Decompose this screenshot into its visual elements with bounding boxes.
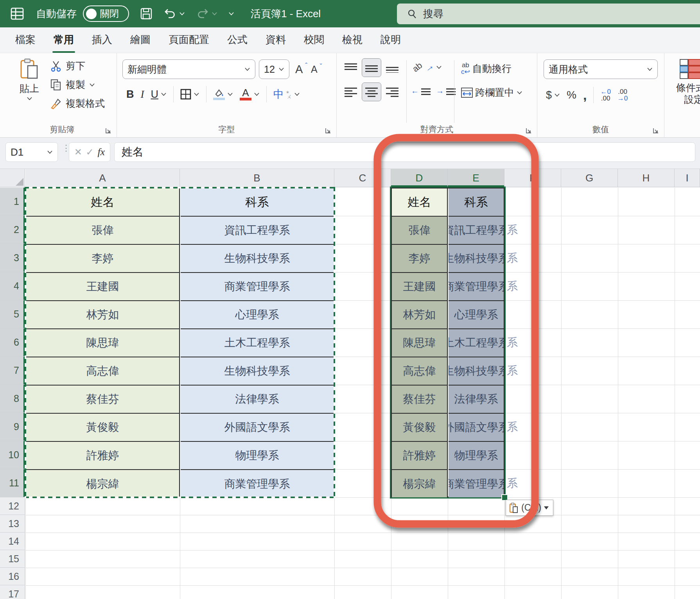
- column-header-D[interactable]: D: [391, 169, 448, 187]
- number-dialog-launcher[interactable]: [652, 127, 659, 134]
- cell-A7[interactable]: 高志偉: [26, 357, 180, 386]
- italic-button[interactable]: I: [141, 88, 144, 100]
- column-header-E[interactable]: E: [448, 169, 504, 187]
- align-middle-button[interactable]: [362, 59, 381, 77]
- align-center-button[interactable]: [362, 83, 381, 101]
- font-color-dropdown-icon[interactable]: [254, 92, 260, 96]
- cell-E1[interactable]: 科系: [449, 188, 504, 217]
- row-header-8[interactable]: 8: [0, 385, 25, 413]
- cell-A5[interactable]: 林芳如: [26, 301, 180, 329]
- cell-A3[interactable]: 李婷: [26, 245, 180, 273]
- cell-B2[interactable]: 資訊工程學系: [181, 217, 334, 245]
- fill-color-button[interactable]: [213, 89, 233, 100]
- enter-button[interactable]: ✓: [86, 147, 94, 158]
- cut-button[interactable]: 剪下: [50, 59, 85, 72]
- cell-E11[interactable]: 商業管理學系: [449, 470, 504, 498]
- select-all-corner[interactable]: [0, 169, 25, 187]
- column-header-A[interactable]: A: [25, 169, 180, 187]
- row-header-2[interactable]: 2: [0, 216, 25, 244]
- decrease-indent-button[interactable]: ←: [411, 86, 431, 96]
- cell-A11[interactable]: 楊宗緯: [26, 470, 180, 498]
- wrap-text-button[interactable]: abc↩ 自動換行: [461, 62, 512, 75]
- row-header-10[interactable]: 10: [0, 441, 25, 469]
- cell-E2[interactable]: 資訊工程學系: [449, 217, 504, 245]
- cell-D8[interactable]: 蔡佳芬: [392, 386, 448, 414]
- tab-校閱[interactable]: 校閱: [295, 27, 333, 53]
- quick-access-more-button[interactable]: [228, 12, 234, 16]
- cell-D6[interactable]: 陳思瑋: [392, 329, 448, 357]
- merge-center-dropdown-icon[interactable]: [517, 91, 522, 95]
- increase-indent-button[interactable]: →: [436, 86, 456, 96]
- row-header-15[interactable]: 15: [0, 550, 25, 568]
- cell-E5[interactable]: 心理學系: [449, 301, 504, 329]
- autosave-toggle[interactable]: 關閉: [83, 5, 129, 22]
- cell-A2[interactable]: 張偉: [26, 217, 180, 245]
- align-left-button[interactable]: [341, 83, 360, 101]
- format-painter-button[interactable]: 複製格式: [50, 97, 105, 110]
- formula-input[interactable]: 姓名: [114, 142, 695, 162]
- search-box[interactable]: 搜尋: [397, 4, 700, 24]
- cell-D7[interactable]: 高志偉: [392, 357, 448, 386]
- cell-B9[interactable]: 外國語文學系: [181, 414, 334, 442]
- number-format-combobox[interactable]: 通用格式: [544, 59, 658, 79]
- cell-B11[interactable]: 商業管理學系: [181, 470, 334, 498]
- row-header-1[interactable]: 1: [0, 188, 25, 216]
- save-button[interactable]: [140, 7, 153, 20]
- accounting-format-button[interactable]: $: [546, 89, 560, 101]
- row-header-6[interactable]: 6: [0, 328, 25, 357]
- paste-button[interactable]: 貼上: [14, 58, 45, 100]
- cell-B3[interactable]: 生物科技學系: [181, 245, 334, 273]
- copy-dropdown-icon[interactable]: [89, 83, 95, 87]
- cell-D1[interactable]: 姓名: [392, 188, 448, 217]
- cell-B8[interactable]: 法律學系: [181, 386, 334, 414]
- cell-D11[interactable]: 楊宗緯: [392, 470, 448, 498]
- cell-D9[interactable]: 黃俊毅: [392, 414, 448, 442]
- tab-檔案[interactable]: 檔案: [6, 27, 45, 53]
- phonetic-guide-button[interactable]: 中 ⁎ㄨ: [273, 87, 300, 101]
- cell-E8[interactable]: 法律學系: [449, 386, 504, 414]
- tab-資料[interactable]: 資料: [257, 27, 295, 53]
- cell-D10[interactable]: 許雅婷: [392, 442, 448, 470]
- cell-A6[interactable]: 陳思瑋: [26, 329, 180, 357]
- borders-dropdown-icon[interactable]: [194, 92, 199, 96]
- insert-function-button[interactable]: fx: [97, 146, 105, 158]
- paste-dropdown-icon[interactable]: [27, 97, 32, 100]
- redo-button[interactable]: [196, 7, 217, 20]
- cell-B1[interactable]: 科系: [181, 188, 334, 217]
- tab-公式[interactable]: 公式: [218, 27, 257, 53]
- cell-A4[interactable]: 王建國: [26, 273, 180, 301]
- accounting-dropdown-icon[interactable]: [554, 93, 560, 97]
- column-header-I[interactable]: I: [675, 169, 700, 187]
- merge-center-button[interactable]: 跨欄置中: [461, 86, 522, 99]
- phonetic-dropdown-icon[interactable]: [294, 92, 300, 96]
- cell-B10[interactable]: 物理學系: [181, 442, 334, 470]
- bold-button[interactable]: B: [126, 88, 134, 100]
- undo-dropdown-icon[interactable]: [179, 12, 185, 16]
- column-header-G[interactable]: G: [561, 169, 618, 187]
- row-header-5[interactable]: 5: [0, 300, 25, 328]
- cell-E9[interactable]: 外國語文學系: [449, 414, 504, 442]
- cancel-button[interactable]: ✕: [74, 147, 82, 158]
- grow-font-button[interactable]: Aˆ: [295, 63, 307, 76]
- row-header-12[interactable]: 12: [0, 497, 25, 515]
- cell-A9[interactable]: 黃俊毅: [26, 414, 180, 442]
- cell-B4[interactable]: 商業管理學系: [181, 273, 334, 301]
- underline-dropdown-icon[interactable]: [161, 92, 167, 96]
- row-header-13[interactable]: 13: [0, 515, 25, 533]
- tab-頁面配置[interactable]: 頁面配置: [160, 27, 218, 53]
- name-box[interactable]: D1: [5, 142, 58, 162]
- column-header-B[interactable]: B: [180, 169, 334, 187]
- cell-E6[interactable]: 土木工程學系: [449, 329, 504, 357]
- row-header-16[interactable]: 16: [0, 568, 25, 585]
- cell-E3[interactable]: 生物科技學系: [449, 245, 504, 273]
- comma-style-button[interactable]: ,: [583, 88, 587, 103]
- cell-A1[interactable]: 姓名: [26, 188, 180, 217]
- conditional-formatting-button[interactable]: [679, 58, 700, 81]
- tab-說明[interactable]: 說明: [372, 27, 410, 53]
- font-name-combobox[interactable]: 新細明體: [122, 59, 255, 79]
- cell-D3[interactable]: 李婷: [392, 245, 448, 273]
- increase-decimal-button[interactable]: ←0 .00: [600, 88, 610, 102]
- cell-D4[interactable]: 王建國: [392, 273, 448, 301]
- align-right-button[interactable]: [383, 83, 402, 101]
- fill-color-dropdown-icon[interactable]: [227, 92, 233, 96]
